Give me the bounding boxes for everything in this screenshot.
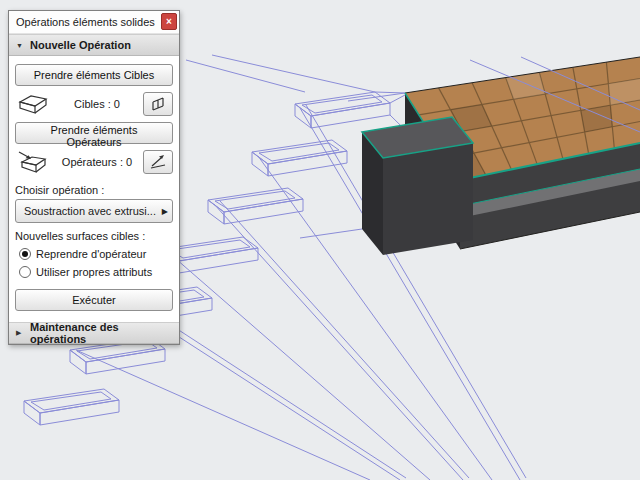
targets-count: Cibles : 0 xyxy=(51,98,143,110)
highlight-operators-icon xyxy=(149,154,167,170)
palette-title: Opérations éléments solides xyxy=(16,16,155,28)
triangle-down-icon: ▼ xyxy=(16,42,24,49)
radio-use-own-attributes[interactable]: Utiliser propres attributs xyxy=(15,263,173,281)
highlight-targets-button[interactable] xyxy=(143,92,173,116)
flyout-arrow-icon: ▶ xyxy=(160,207,168,216)
radio-use-own-label: Utiliser propres attributs xyxy=(36,266,152,278)
target-elements-cube-icon xyxy=(15,92,51,116)
operator-elements-cube-icon xyxy=(15,150,51,174)
operators-count: Opérateurs : 0 xyxy=(51,156,143,168)
palette-content: Prendre éléments Cibles Cibles : 0 Pre xyxy=(9,56,179,322)
get-targets-button[interactable]: Prendre éléments Cibles xyxy=(15,64,173,86)
section-maintenance[interactable]: ▶ Maintenance des opérations xyxy=(9,322,179,344)
radio-inherit-operator-label: Reprendre d'opérateur xyxy=(36,248,146,260)
close-button[interactable]: × xyxy=(161,13,177,30)
new-surfaces-label: Nouvelles surfaces cibles : xyxy=(15,230,173,242)
solid-operations-palette: Opérations éléments solides × ▼ Nouvelle… xyxy=(8,10,180,345)
section-new-operation-label: Nouvelle Opération xyxy=(30,39,131,51)
highlight-targets-icon xyxy=(149,96,167,112)
operation-dropdown[interactable]: Soustraction avec extrusi... ▶ xyxy=(15,199,173,223)
section-new-operation[interactable]: ▼ Nouvelle Opération xyxy=(9,34,179,56)
archicad-3d-window: Opérations éléments solides × ▼ Nouvelle… xyxy=(0,0,640,480)
highlight-operators-button[interactable] xyxy=(143,150,173,174)
targets-row: Cibles : 0 xyxy=(15,89,173,119)
execute-button[interactable]: Exécuter xyxy=(15,289,173,311)
section-maintenance-label: Maintenance des opérations xyxy=(30,321,172,345)
radio-button-icon[interactable] xyxy=(19,266,31,278)
palette-titlebar[interactable]: Opérations éléments solides × xyxy=(9,11,179,34)
choose-operation-label: Choisir opération : xyxy=(15,184,173,196)
operators-row: Opérateurs : 0 xyxy=(15,147,173,177)
triangle-right-icon: ▶ xyxy=(16,329,24,337)
operation-dropdown-value: Soustraction avec extrusi... xyxy=(20,205,160,217)
radio-button-icon[interactable] xyxy=(19,248,31,260)
radio-inherit-operator-attributes[interactable]: Reprendre d'opérateur xyxy=(15,245,173,263)
get-operators-button[interactable]: Prendre éléments Opérateurs xyxy=(15,122,173,144)
front-step[interactable] xyxy=(362,117,473,255)
